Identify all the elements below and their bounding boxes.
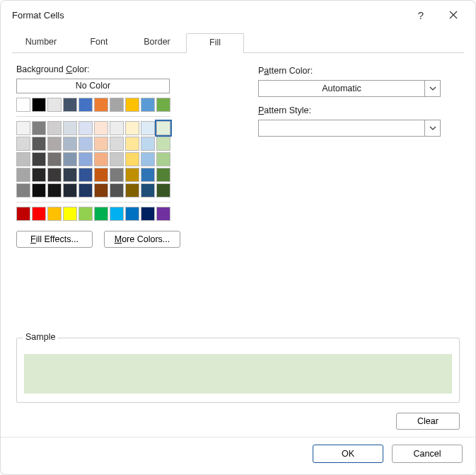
pattern-color-caret[interactable] <box>424 81 440 96</box>
pattern-color-combo[interactable]: Automatic <box>258 80 441 97</box>
close-icon <box>449 11 458 19</box>
color-swatch[interactable] <box>110 152 124 166</box>
color-swatch[interactable] <box>16 152 30 166</box>
color-swatch[interactable] <box>63 168 77 182</box>
tab-font[interactable]: Font <box>70 33 128 53</box>
color-swatch[interactable] <box>156 121 170 135</box>
color-swatch[interactable] <box>32 121 46 135</box>
tab-number[interactable]: Number <box>12 33 70 53</box>
color-swatch[interactable] <box>16 121 30 135</box>
theme-colors-grid <box>16 98 216 112</box>
color-swatch[interactable] <box>156 152 170 166</box>
pattern-style-caret[interactable] <box>424 120 440 136</box>
color-swatch[interactable] <box>110 137 124 151</box>
color-swatch[interactable] <box>16 98 30 112</box>
ok-button[interactable]: OK <box>313 445 383 463</box>
color-swatch[interactable] <box>79 121 93 135</box>
pattern-style-combo[interactable] <box>258 120 441 137</box>
pattern-color-label: Pattern Color: <box>258 66 460 76</box>
color-swatch[interactable] <box>125 152 139 166</box>
no-color-button[interactable]: No Color <box>16 79 170 93</box>
color-swatch[interactable] <box>94 168 108 182</box>
tab-fill[interactable]: Fill <box>186 33 244 53</box>
color-swatch[interactable] <box>47 152 62 166</box>
color-swatch[interactable] <box>94 137 108 151</box>
color-swatch[interactable] <box>94 207 108 221</box>
color-swatch[interactable] <box>79 152 93 166</box>
clear-button[interactable]: Clear <box>396 413 460 430</box>
color-swatch[interactable] <box>79 183 93 198</box>
color-swatch[interactable] <box>79 98 93 112</box>
pattern-section: Pattern Color: Automatic Pattern Style: <box>258 62 460 248</box>
close-button[interactable] <box>437 4 470 26</box>
color-swatch[interactable] <box>79 168 93 182</box>
color-swatch[interactable] <box>125 137 139 151</box>
color-swatch[interactable] <box>94 183 108 198</box>
shade-colors-grid <box>16 121 216 198</box>
color-swatch[interactable] <box>79 137 93 151</box>
background-color-label: Background Color: <box>16 64 216 74</box>
color-swatch[interactable] <box>32 207 46 221</box>
color-swatch[interactable] <box>63 137 77 151</box>
color-swatch[interactable] <box>16 183 30 198</box>
color-swatch[interactable] <box>110 207 124 221</box>
help-button[interactable]: ? <box>405 4 437 26</box>
color-swatch[interactable] <box>156 137 170 151</box>
standard-colors-grid <box>16 207 216 221</box>
color-swatch[interactable] <box>79 207 93 221</box>
color-swatch[interactable] <box>110 98 124 112</box>
color-swatch[interactable] <box>141 98 155 112</box>
color-swatch[interactable] <box>32 152 46 166</box>
color-swatch[interactable] <box>110 183 124 198</box>
color-swatch[interactable] <box>16 137 30 151</box>
color-swatch[interactable] <box>125 207 139 221</box>
color-swatch[interactable] <box>141 121 155 135</box>
window-title: Format Cells <box>12 10 64 21</box>
color-swatch[interactable] <box>156 98 170 112</box>
color-swatch[interactable] <box>141 207 155 221</box>
pattern-color-value: Automatic <box>259 81 424 96</box>
color-swatch[interactable] <box>110 168 124 182</box>
color-swatch[interactable] <box>156 183 170 198</box>
color-swatch[interactable] <box>141 152 155 166</box>
color-swatch[interactable] <box>32 137 46 151</box>
color-swatch[interactable] <box>63 183 77 198</box>
color-swatch[interactable] <box>125 98 139 112</box>
color-swatch[interactable] <box>94 121 108 135</box>
tab-border[interactable]: Border <box>128 33 186 53</box>
color-swatch[interactable] <box>47 207 62 221</box>
cancel-button[interactable]: Cancel <box>392 445 463 463</box>
color-swatch[interactable] <box>16 168 30 182</box>
color-swatch[interactable] <box>125 168 139 182</box>
color-swatch[interactable] <box>47 168 62 182</box>
color-swatch[interactable] <box>32 168 46 182</box>
color-swatch[interactable] <box>47 121 62 135</box>
color-swatch[interactable] <box>47 98 62 112</box>
color-swatch[interactable] <box>63 207 77 221</box>
color-swatch[interactable] <box>47 137 62 151</box>
titlebar: Format Cells ? <box>1 1 475 29</box>
color-swatch[interactable] <box>125 121 139 135</box>
chevron-down-icon <box>429 85 436 92</box>
tab-strip: Number Font Border Fill <box>12 33 464 53</box>
color-swatch[interactable] <box>94 152 108 166</box>
color-swatch[interactable] <box>156 207 170 221</box>
pattern-style-label: Pattern Style: <box>258 105 460 115</box>
format-cells-dialog: Format Cells ? Number Font Border Fill B… <box>0 0 476 475</box>
color-swatch[interactable] <box>110 121 124 135</box>
color-swatch[interactable] <box>63 152 77 166</box>
color-swatch[interactable] <box>47 183 62 198</box>
color-swatch[interactable] <box>141 137 155 151</box>
color-swatch[interactable] <box>63 121 77 135</box>
color-swatch[interactable] <box>156 168 170 182</box>
color-swatch[interactable] <box>141 168 155 182</box>
color-swatch[interactable] <box>141 183 155 198</box>
color-swatch[interactable] <box>94 98 108 112</box>
fill-effects-button[interactable]: Fill Effects... <box>16 231 93 248</box>
color-swatch[interactable] <box>63 98 77 112</box>
color-swatch[interactable] <box>32 183 46 198</box>
color-swatch[interactable] <box>16 207 30 221</box>
color-swatch[interactable] <box>32 98 46 112</box>
color-swatch[interactable] <box>125 183 139 198</box>
more-colors-button[interactable]: More Colors... <box>104 231 180 248</box>
